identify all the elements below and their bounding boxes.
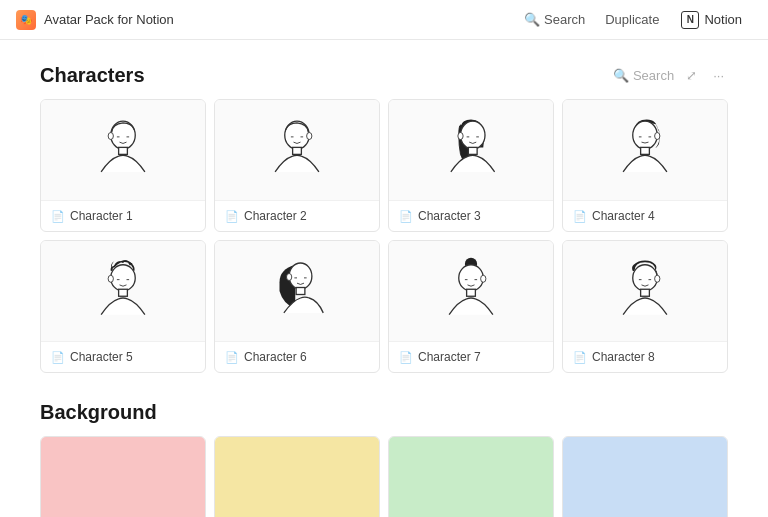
doc-icon: 📄 xyxy=(573,210,587,223)
character-2-label: 📄 Character 2 xyxy=(215,200,379,231)
background-gallery: 📄 Red 📄 Yellow 📄 Green 📄 Blue xyxy=(40,436,728,517)
doc-icon: 📄 xyxy=(399,351,413,364)
character-8-label: 📄 Character 8 xyxy=(563,341,727,372)
svg-point-31 xyxy=(459,265,484,291)
character-5-label: 📄 Character 5 xyxy=(41,341,205,372)
character-4-image xyxy=(563,100,727,200)
character-2-image xyxy=(215,100,379,200)
character-5-image xyxy=(41,241,205,341)
svg-point-7 xyxy=(307,133,312,140)
character-6-label: 📄 Character 6 xyxy=(215,341,379,372)
character-7-label: 📄 Character 7 xyxy=(389,341,553,372)
character-5-card[interactable]: 📄 Character 5 xyxy=(40,240,206,373)
bg-red-card[interactable]: 📄 Red xyxy=(40,436,206,517)
bg-blue-card[interactable]: 📄 Blue xyxy=(562,436,728,517)
background-header: Background xyxy=(40,401,728,424)
svg-point-2 xyxy=(108,133,113,140)
svg-point-12 xyxy=(458,133,463,140)
doc-icon: 📄 xyxy=(51,210,65,223)
svg-point-27 xyxy=(287,274,292,281)
character-8-card[interactable]: 📄 Character 8 xyxy=(562,240,728,373)
topbar: 🎭 Avatar Pack for Notion 🔍 Search Duplic… xyxy=(0,0,768,40)
svg-point-25 xyxy=(289,263,312,289)
doc-icon: 📄 xyxy=(225,351,239,364)
bg-yellow-card[interactable]: 📄 Yellow xyxy=(214,436,380,517)
search-icon: 🔍 xyxy=(524,12,540,27)
character-3-image xyxy=(389,100,553,200)
svg-rect-11 xyxy=(468,147,477,154)
app-icon: 🎭 xyxy=(16,10,36,30)
svg-rect-32 xyxy=(467,289,476,296)
svg-rect-37 xyxy=(641,289,650,296)
bg-yellow-swatch xyxy=(215,437,379,517)
character-1-label: 📄 Character 1 xyxy=(41,200,205,231)
character-6-image xyxy=(215,241,379,341)
character-1-image xyxy=(41,100,205,200)
app-title: Avatar Pack for Notion xyxy=(44,12,174,27)
character-1-card[interactable]: 📄 Character 1 xyxy=(40,99,206,232)
character-6-card[interactable]: 📄 Character 6 xyxy=(214,240,380,373)
search-button[interactable]: 🔍 Search xyxy=(516,8,593,31)
background-title: Background xyxy=(40,401,157,424)
svg-point-36 xyxy=(633,265,658,291)
doc-icon: 📄 xyxy=(573,351,587,364)
svg-point-10 xyxy=(461,121,486,149)
bg-red-swatch xyxy=(41,437,205,517)
svg-rect-16 xyxy=(641,147,650,154)
svg-point-22 xyxy=(108,275,113,282)
inline-search[interactable]: 🔍 Search xyxy=(613,68,674,83)
svg-point-38 xyxy=(655,275,660,282)
svg-rect-21 xyxy=(119,289,128,296)
bg-green-swatch xyxy=(389,437,553,517)
search-icon-inline: 🔍 xyxy=(613,68,629,83)
svg-rect-26 xyxy=(296,288,305,295)
characters-gallery: 📄 Character 1 📄 Characte xyxy=(40,99,728,373)
character-3-card[interactable]: 📄 Character 3 xyxy=(388,99,554,232)
svg-rect-6 xyxy=(293,147,302,154)
svg-point-33 xyxy=(481,275,486,282)
notion-button[interactable]: N Notion xyxy=(671,7,752,33)
expand-icon[interactable]: ⤢ xyxy=(682,66,701,85)
topbar-left: 🎭 Avatar Pack for Notion xyxy=(16,10,174,30)
bg-green-card[interactable]: 📄 Green xyxy=(388,436,554,517)
character-3-label: 📄 Character 3 xyxy=(389,200,553,231)
main-content: Characters 🔍 Search ⤢ ··· xyxy=(0,40,768,517)
doc-icon: 📄 xyxy=(51,351,65,364)
topbar-right: 🔍 Search Duplicate N Notion xyxy=(516,7,752,33)
svg-point-15 xyxy=(633,121,658,149)
svg-point-20 xyxy=(111,265,136,291)
svg-rect-1 xyxy=(119,147,128,154)
character-4-label: 📄 Character 4 xyxy=(563,200,727,231)
notion-logo: N xyxy=(681,11,699,29)
svg-point-17 xyxy=(655,133,660,140)
characters-header: Characters 🔍 Search ⤢ ··· xyxy=(40,64,728,87)
characters-title: Characters xyxy=(40,64,145,87)
character-2-card[interactable]: 📄 Character 2 xyxy=(214,99,380,232)
doc-icon: 📄 xyxy=(399,210,413,223)
bg-blue-swatch xyxy=(563,437,727,517)
character-7-image xyxy=(389,241,553,341)
more-icon[interactable]: ··· xyxy=(709,66,728,85)
character-7-card[interactable]: 📄 Character 7 xyxy=(388,240,554,373)
character-4-card[interactable]: 📄 Character 4 xyxy=(562,99,728,232)
character-8-image xyxy=(563,241,727,341)
duplicate-button[interactable]: Duplicate xyxy=(597,8,667,31)
section-controls: 🔍 Search ⤢ ··· xyxy=(613,66,728,85)
doc-icon: 📄 xyxy=(225,210,239,223)
